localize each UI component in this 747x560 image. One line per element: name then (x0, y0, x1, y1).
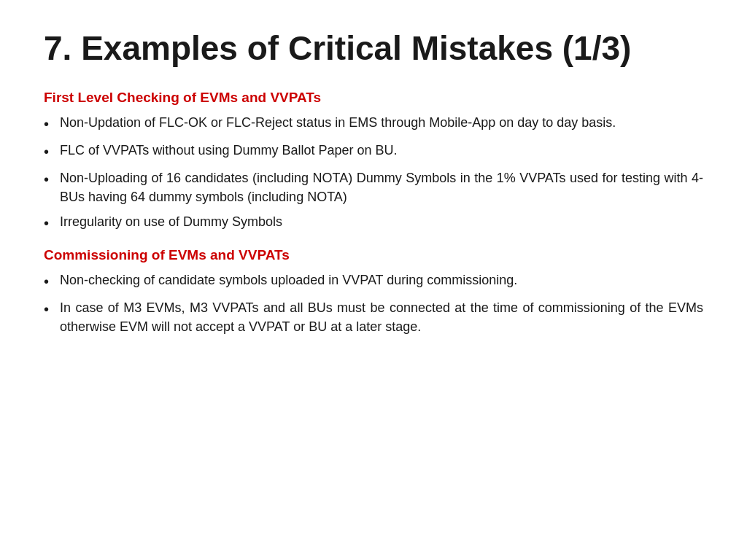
list-item: • Irregularity on use of Dummy Symbols (44, 212, 703, 234)
bullet-text: Non-Uploading of 16 candidates (includin… (60, 168, 703, 206)
section-commissioning-heading: Commissioning of EVMs and VVPATs (44, 247, 703, 263)
bullet-dot: • (44, 271, 60, 292)
bullet-text: Irregularity on use of Dummy Symbols (60, 212, 703, 231)
list-item: • Non-Updation of FLC-OK or FLC-Reject s… (44, 113, 703, 135)
bullet-dot: • (44, 114, 60, 135)
section-flc-heading: First Level Checking of EVMs and VVPATs (44, 90, 703, 106)
list-item: • Non-Uploading of 16 candidates (includ… (44, 168, 703, 206)
bullet-text: Non-Updation of FLC-OK or FLC-Reject sta… (60, 113, 703, 132)
content-area: First Level Checking of EVMs and VVPATs … (44, 90, 703, 336)
bullet-text: Non-checking of candidate symbols upload… (60, 271, 703, 289)
list-item: • FLC of VVPATs without using Dummy Ball… (44, 141, 703, 163)
section-flc-bullets: • Non-Updation of FLC-OK or FLC-Reject s… (44, 113, 703, 234)
bullet-dot: • (44, 141, 60, 163)
section-commissioning: Commissioning of EVMs and VVPATs • Non-c… (44, 247, 703, 336)
bullet-text: FLC of VVPATs without using Dummy Ballot… (60, 141, 703, 160)
section-commissioning-bullets: • Non-checking of candidate symbols uplo… (44, 271, 703, 336)
bullet-text: In case of M3 EVMs, M3 VVPATs and all BU… (60, 298, 703, 336)
bullet-dot: • (44, 169, 60, 190)
bullet-dot: • (44, 299, 60, 320)
slide-title: 7. Examples of Critical Mistakes (1/3) (44, 29, 703, 68)
list-item: • In case of M3 EVMs, M3 VVPATs and all … (44, 298, 703, 336)
bullet-dot: • (44, 213, 60, 234)
list-item: • Non-checking of candidate symbols uplo… (44, 271, 703, 292)
section-flc: First Level Checking of EVMs and VVPATs … (44, 90, 703, 234)
